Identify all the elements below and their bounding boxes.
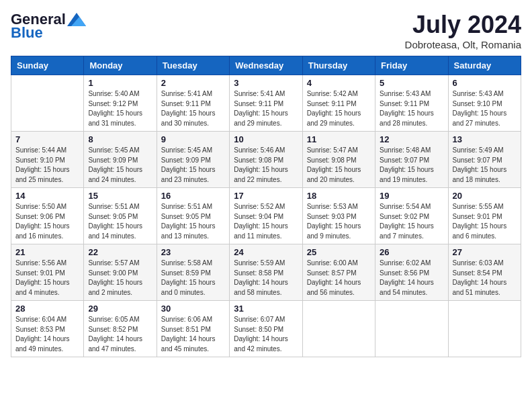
day-info: Sunrise: 5:45 AMSunset: 9:09 PMDaylight:… bbox=[161, 146, 225, 185]
page-header: General Blue July 2024 Dobroteasa, Olt, … bbox=[11, 11, 521, 50]
calendar-day-cell: 4Sunrise: 5:42 AMSunset: 9:11 PMDaylight… bbox=[302, 75, 375, 132]
day-info: Sunrise: 5:56 AMSunset: 9:01 PMDaylight:… bbox=[15, 259, 79, 298]
calendar-day-cell: 1Sunrise: 5:40 AMSunset: 9:12 PMDaylight… bbox=[84, 75, 157, 132]
day-info: Sunrise: 5:46 AMSunset: 9:08 PMDaylight:… bbox=[234, 146, 298, 185]
calendar-header-row: SundayMondayTuesdayWednesdayThursdayFrid… bbox=[11, 56, 521, 75]
day-number: 16 bbox=[161, 191, 225, 201]
calendar-day-cell: 24Sunrise: 5:59 AMSunset: 8:58 PMDayligh… bbox=[230, 244, 302, 301]
day-number: 11 bbox=[307, 134, 371, 144]
calendar-week-row: 1Sunrise: 5:40 AMSunset: 9:12 PMDaylight… bbox=[11, 75, 521, 132]
day-number: 30 bbox=[161, 304, 225, 314]
day-number: 2 bbox=[161, 78, 225, 88]
logo-blue-text: Blue bbox=[11, 24, 43, 42]
day-info: Sunrise: 5:59 AMSunset: 8:58 PMDaylight:… bbox=[234, 259, 298, 298]
day-info: Sunrise: 5:51 AMSunset: 9:05 PMDaylight:… bbox=[161, 202, 225, 241]
day-info: Sunrise: 5:45 AMSunset: 9:09 PMDaylight:… bbox=[88, 146, 152, 185]
day-number: 17 bbox=[234, 191, 298, 201]
calendar-day-header: Wednesday bbox=[230, 56, 302, 75]
logo-icon bbox=[67, 13, 86, 26]
day-number: 26 bbox=[380, 247, 443, 257]
day-info: Sunrise: 5:43 AMSunset: 9:11 PMDaylight:… bbox=[380, 89, 443, 128]
calendar-week-row: 7Sunrise: 5:44 AMSunset: 9:10 PMDaylight… bbox=[11, 132, 521, 188]
day-number: 24 bbox=[234, 247, 298, 257]
day-info: Sunrise: 5:43 AMSunset: 9:10 PMDaylight:… bbox=[453, 89, 517, 128]
calendar-day-cell: 22Sunrise: 5:57 AMSunset: 9:00 PMDayligh… bbox=[84, 244, 157, 301]
day-info: Sunrise: 5:58 AMSunset: 8:59 PMDaylight:… bbox=[161, 259, 225, 298]
day-number: 22 bbox=[88, 247, 152, 257]
calendar-day-cell: 15Sunrise: 5:51 AMSunset: 9:05 PMDayligh… bbox=[84, 188, 157, 244]
day-info: Sunrise: 6:02 AMSunset: 8:56 PMDaylight:… bbox=[380, 259, 443, 298]
day-number: 19 bbox=[380, 191, 443, 201]
calendar-day-cell: 13Sunrise: 5:49 AMSunset: 9:07 PMDayligh… bbox=[448, 132, 521, 188]
calendar-day-cell: 21Sunrise: 5:56 AMSunset: 9:01 PMDayligh… bbox=[11, 244, 84, 301]
calendar-day-header: Thursday bbox=[302, 56, 375, 75]
calendar-day-cell: 28Sunrise: 6:04 AMSunset: 8:53 PMDayligh… bbox=[11, 301, 84, 357]
day-info: Sunrise: 6:03 AMSunset: 8:54 PMDaylight:… bbox=[453, 259, 517, 298]
day-info: Sunrise: 5:41 AMSunset: 9:11 PMDaylight:… bbox=[161, 89, 225, 128]
day-info: Sunrise: 5:57 AMSunset: 9:00 PMDaylight:… bbox=[88, 259, 152, 298]
day-number: 14 bbox=[15, 191, 79, 201]
calendar-day-cell: 14Sunrise: 5:50 AMSunset: 9:06 PMDayligh… bbox=[11, 188, 84, 244]
calendar-day-cell: 11Sunrise: 5:47 AMSunset: 9:08 PMDayligh… bbox=[302, 132, 375, 188]
day-number: 3 bbox=[234, 78, 298, 88]
calendar-day-cell: 23Sunrise: 5:58 AMSunset: 8:59 PMDayligh… bbox=[157, 244, 229, 301]
day-number: 9 bbox=[161, 134, 225, 144]
day-number: 21 bbox=[15, 247, 79, 257]
day-info: Sunrise: 5:41 AMSunset: 9:11 PMDaylight:… bbox=[234, 89, 298, 128]
calendar-day-cell: 12Sunrise: 5:48 AMSunset: 9:07 PMDayligh… bbox=[375, 132, 448, 188]
title-block: July 2024 Dobroteasa, Olt, Romania bbox=[405, 11, 521, 50]
calendar-day-cell: 7Sunrise: 5:44 AMSunset: 9:10 PMDaylight… bbox=[11, 132, 84, 188]
calendar-week-row: 21Sunrise: 5:56 AMSunset: 9:01 PMDayligh… bbox=[11, 244, 521, 301]
day-number: 20 bbox=[453, 191, 517, 201]
calendar-week-row: 14Sunrise: 5:50 AMSunset: 9:06 PMDayligh… bbox=[11, 188, 521, 244]
day-info: Sunrise: 5:42 AMSunset: 9:11 PMDaylight:… bbox=[307, 89, 371, 128]
calendar-day-cell: 18Sunrise: 5:53 AMSunset: 9:03 PMDayligh… bbox=[302, 188, 375, 244]
calendar-day-cell: 16Sunrise: 5:51 AMSunset: 9:05 PMDayligh… bbox=[157, 188, 229, 244]
calendar-day-cell: 5Sunrise: 5:43 AMSunset: 9:11 PMDaylight… bbox=[375, 75, 448, 132]
calendar-day-cell: 17Sunrise: 5:52 AMSunset: 9:04 PMDayligh… bbox=[230, 188, 302, 244]
day-number: 10 bbox=[234, 134, 298, 144]
day-info: Sunrise: 6:04 AMSunset: 8:53 PMDaylight:… bbox=[15, 315, 79, 354]
calendar-day-cell bbox=[11, 75, 84, 132]
day-number: 23 bbox=[161, 247, 225, 257]
day-number: 8 bbox=[88, 134, 152, 144]
day-info: Sunrise: 5:50 AMSunset: 9:06 PMDaylight:… bbox=[15, 202, 79, 241]
day-info: Sunrise: 6:06 AMSunset: 8:51 PMDaylight:… bbox=[161, 315, 225, 354]
day-number: 18 bbox=[307, 191, 371, 201]
calendar-day-header: Sunday bbox=[11, 56, 84, 75]
calendar-day-cell bbox=[302, 301, 375, 357]
day-info: Sunrise: 5:52 AMSunset: 9:04 PMDaylight:… bbox=[234, 202, 298, 241]
logo: General Blue bbox=[11, 11, 86, 42]
calendar-day-cell: 27Sunrise: 6:03 AMSunset: 8:54 PMDayligh… bbox=[448, 244, 521, 301]
day-number: 28 bbox=[15, 304, 79, 314]
day-number: 4 bbox=[307, 78, 371, 88]
day-number: 12 bbox=[380, 134, 443, 144]
calendar-day-cell bbox=[448, 301, 521, 357]
day-number: 7 bbox=[15, 134, 79, 144]
day-info: Sunrise: 5:48 AMSunset: 9:07 PMDaylight:… bbox=[380, 146, 443, 185]
day-info: Sunrise: 5:44 AMSunset: 9:10 PMDaylight:… bbox=[15, 146, 79, 185]
day-info: Sunrise: 6:00 AMSunset: 8:57 PMDaylight:… bbox=[307, 259, 371, 298]
calendar-day-cell: 10Sunrise: 5:46 AMSunset: 9:08 PMDayligh… bbox=[230, 132, 302, 188]
day-number: 6 bbox=[453, 78, 517, 88]
day-info: Sunrise: 5:54 AMSunset: 9:02 PMDaylight:… bbox=[380, 202, 443, 241]
day-info: Sunrise: 5:47 AMSunset: 9:08 PMDaylight:… bbox=[307, 146, 371, 185]
calendar-day-cell: 9Sunrise: 5:45 AMSunset: 9:09 PMDaylight… bbox=[157, 132, 229, 188]
day-number: 13 bbox=[453, 134, 517, 144]
day-number: 15 bbox=[88, 191, 152, 201]
location-subtitle: Dobroteasa, Olt, Romania bbox=[405, 39, 521, 50]
calendar-day-cell bbox=[375, 301, 448, 357]
calendar-day-cell: 3Sunrise: 5:41 AMSunset: 9:11 PMDaylight… bbox=[230, 75, 302, 132]
calendar-day-header: Tuesday bbox=[157, 56, 229, 75]
calendar-day-header: Saturday bbox=[448, 56, 521, 75]
calendar-day-cell: 8Sunrise: 5:45 AMSunset: 9:09 PMDaylight… bbox=[84, 132, 157, 188]
calendar-day-cell: 20Sunrise: 5:55 AMSunset: 9:01 PMDayligh… bbox=[448, 188, 521, 244]
day-number: 31 bbox=[234, 304, 298, 314]
day-info: Sunrise: 5:51 AMSunset: 9:05 PMDaylight:… bbox=[88, 202, 152, 241]
day-number: 1 bbox=[88, 78, 152, 88]
calendar-day-cell: 25Sunrise: 6:00 AMSunset: 8:57 PMDayligh… bbox=[302, 244, 375, 301]
calendar-day-cell: 6Sunrise: 5:43 AMSunset: 9:10 PMDaylight… bbox=[448, 75, 521, 132]
calendar-day-cell: 31Sunrise: 6:07 AMSunset: 8:50 PMDayligh… bbox=[230, 301, 302, 357]
day-info: Sunrise: 6:05 AMSunset: 8:52 PMDaylight:… bbox=[88, 315, 152, 354]
calendar-day-cell: 26Sunrise: 6:02 AMSunset: 8:56 PMDayligh… bbox=[375, 244, 448, 301]
